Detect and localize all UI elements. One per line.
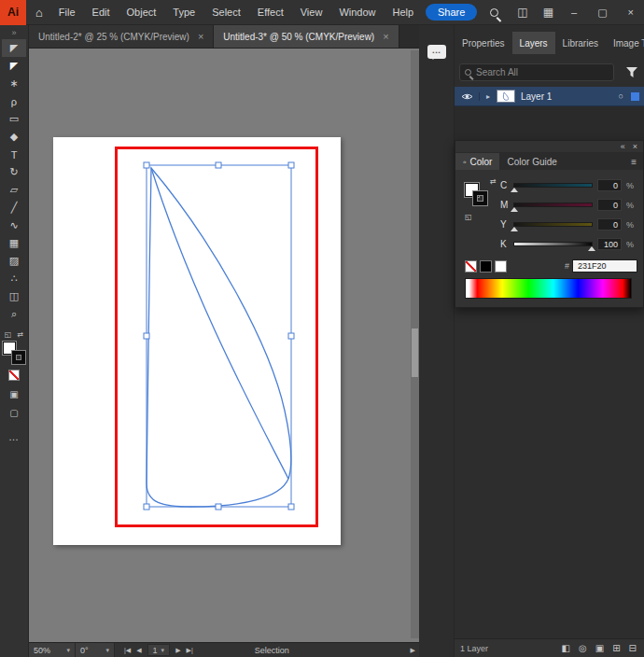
eyedropper-tool[interactable]: ╱ — [2, 199, 26, 217]
shape-builder-tool[interactable]: ◫ — [2, 287, 26, 305]
expand-layer-icon[interactable]: ▸ — [480, 92, 497, 101]
drawing-modes-icon[interactable]: ▣ — [9, 389, 18, 399]
next-artboard-button[interactable]: ▶ — [175, 647, 180, 654]
comments-icon[interactable]: ••• — [427, 45, 446, 59]
layer-row[interactable]: ▸ Layer 1 ○ — [455, 87, 644, 106]
artboard-number-select[interactable]: 1 ▾ — [147, 644, 171, 656]
vertical-scrollbar[interactable] — [411, 50, 419, 638]
tab-color[interactable]: ◦ Color — [455, 153, 499, 170]
search-input[interactable] — [476, 67, 609, 77]
hex-value-field[interactable]: 231F20 — [572, 259, 637, 273]
canvas[interactable] — [29, 49, 419, 642]
selection-handles[interactable] — [144, 162, 294, 510]
maximize-button[interactable]: ▢ — [587, 0, 617, 25]
close-tab-icon[interactable]: × — [383, 31, 388, 42]
panel-menu-icon[interactable]: ≡ — [631, 157, 643, 167]
close-panel-icon[interactable]: × — [633, 142, 637, 151]
make-clipping-mask-icon[interactable]: ◧ — [562, 643, 570, 653]
pen-tool[interactable]: ◆ — [2, 128, 26, 146]
menu-window[interactable]: Window — [330, 7, 384, 18]
slider-thumb[interactable] — [511, 207, 518, 212]
first-artboard-button[interactable]: |◀ — [124, 647, 131, 654]
close-button[interactable]: × — [618, 0, 644, 25]
delete-icon[interactable]: ⊟ — [629, 643, 637, 653]
slider-thumb[interactable] — [588, 246, 595, 251]
k-value-field[interactable]: 100 — [597, 238, 622, 250]
k-slider-track[interactable] — [513, 242, 593, 246]
slider-thumb[interactable] — [511, 188, 518, 192]
zoom-tool[interactable]: ⌕ — [2, 305, 26, 323]
swap-colors-icon[interactable]: ⇄ — [17, 330, 23, 339]
rotate-tool[interactable]: ↻ — [2, 163, 26, 181]
tab-color-guide[interactable]: Color Guide — [499, 153, 564, 170]
menu-type[interactable]: Type — [164, 7, 203, 18]
blend-tool[interactable]: ∴ — [2, 270, 26, 287]
screen-mode-icon[interactable]: ▢ — [9, 408, 18, 418]
gradient-tool[interactable]: ▨ — [2, 252, 26, 270]
stroke-swatch[interactable] — [12, 351, 25, 364]
workspace-icon-a[interactable]: ◫ — [510, 6, 535, 19]
layer-name[interactable]: Layer 1 — [521, 91, 619, 102]
status-bar-expand-icon[interactable]: ▶ — [411, 647, 415, 654]
layer-thumbnail[interactable] — [497, 90, 515, 103]
lasso-tool[interactable]: ρ — [2, 92, 26, 110]
previous-artboard-button[interactable]: ◀ — [136, 647, 141, 654]
menu-view[interactable]: View — [292, 7, 331, 18]
panel-tab-image-tra[interactable]: Image Tra — [606, 32, 644, 54]
y-value-field[interactable]: 0 — [597, 218, 622, 231]
panel-tab-properties[interactable]: Properties — [455, 32, 512, 54]
white-swatch[interactable] — [495, 260, 507, 273]
minimize-button[interactable]: – — [561, 0, 587, 25]
close-tab-icon[interactable]: × — [198, 31, 203, 42]
type-tool[interactable]: T — [2, 146, 26, 163]
menu-select[interactable]: Select — [203, 7, 249, 18]
search-box[interactable] — [459, 63, 614, 81]
m-slider-track[interactable] — [513, 203, 593, 207]
mesh-tool[interactable]: ▦ — [2, 234, 26, 252]
none-swatch[interactable] — [465, 260, 477, 273]
menu-effect[interactable]: Effect — [249, 7, 292, 18]
default-colors-icon[interactable]: ◱ — [465, 213, 472, 221]
new-sublayer-icon[interactable]: ▣ — [595, 643, 604, 653]
color-spectrum-bar[interactable] — [465, 278, 632, 299]
visibility-cell[interactable] — [455, 92, 480, 101]
document-tab-untitled-2[interactable]: Untitled-2* @ 25 % (CMYK/Preview) × — [29, 25, 214, 48]
menu-edit[interactable]: Edit — [84, 7, 119, 18]
black-swatch[interactable] — [480, 260, 492, 273]
c-value-field[interactable]: 0 — [597, 179, 622, 191]
locate-object-icon[interactable]: ◎ — [579, 643, 587, 653]
teardrop-chord-path[interactable] — [151, 168, 288, 479]
collapse-panel-icon[interactable]: « — [621, 142, 625, 151]
panel-tab-layers[interactable]: Layers — [512, 32, 555, 54]
menu-file[interactable]: File — [50, 7, 84, 18]
shaper-tool[interactable]: ∿ — [2, 217, 26, 234]
menu-help[interactable]: Help — [385, 7, 423, 18]
stroke-swatch[interactable] — [473, 191, 487, 205]
target-icon[interactable]: ○ — [619, 91, 623, 101]
new-layer-icon[interactable]: ⊞ — [612, 643, 620, 653]
direct-selection-tool[interactable]: ◤ — [2, 57, 26, 75]
last-artboard-button[interactable]: ▶| — [187, 647, 193, 654]
scale-tool[interactable]: ▱ — [2, 181, 26, 199]
m-value-field[interactable]: 0 — [597, 199, 622, 211]
edit-toolbar-button[interactable]: … — [8, 431, 20, 442]
scrollbar-thumb[interactable] — [412, 328, 418, 377]
toolbar-overflow-icon[interactable]: » — [11, 28, 16, 37]
c-slider-track[interactable] — [513, 183, 593, 188]
filter-icon[interactable] — [626, 67, 637, 77]
workspace-icon-b[interactable]: ▦ — [536, 6, 561, 19]
selection-tool[interactable]: ◤ — [2, 39, 26, 57]
search-icon[interactable] — [490, 8, 498, 17]
selection-color-indicator[interactable] — [631, 92, 639, 101]
home-icon[interactable]: ⌂ — [35, 6, 43, 20]
rectangle-tool[interactable]: ▭ — [2, 110, 26, 128]
zoom-level-select[interactable]: 50% ▾ — [29, 643, 76, 657]
none-color-button[interactable] — [8, 370, 20, 381]
document-tab-untitled-3[interactable]: Untitled-3* @ 50 % (CMYK/Preview) × — [214, 25, 399, 48]
rotation-select[interactable]: 0° ▾ — [76, 643, 115, 657]
slider-thumb[interactable] — [511, 227, 518, 231]
magic-wand-tool[interactable]: ∗ — [2, 75, 26, 92]
panel-tab-libraries[interactable]: Libraries — [555, 32, 606, 54]
swap-colors-icon[interactable]: ⇄ — [490, 177, 497, 186]
menu-object[interactable]: Object — [119, 7, 165, 18]
